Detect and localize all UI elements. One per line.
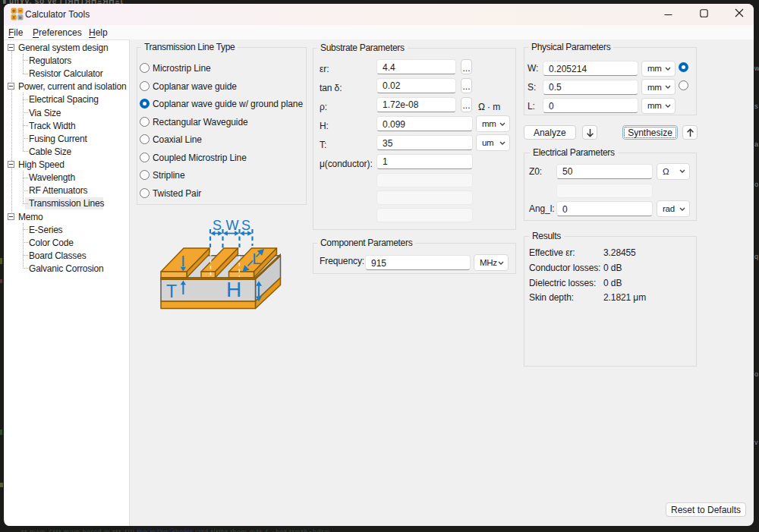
svg-text:S: S [213,218,222,233]
svg-text:S: S [241,218,250,233]
svg-text:H: H [226,278,241,301]
svg-text:L: L [252,250,261,267]
svg-text:W: W [226,218,239,233]
svg-text:T: T [166,282,177,301]
